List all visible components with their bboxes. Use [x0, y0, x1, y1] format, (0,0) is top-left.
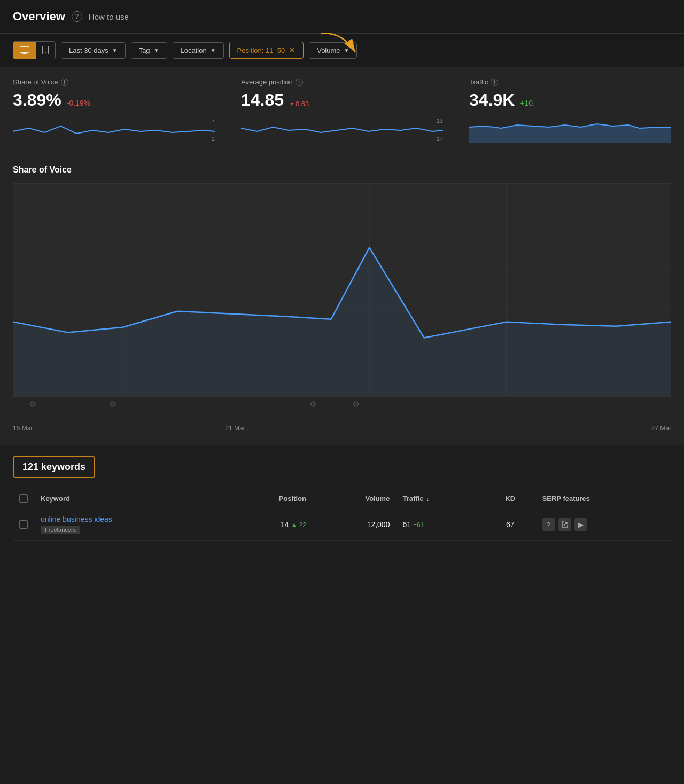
table-row: online business ideas Freelancers 14 ▲ 2… — [13, 508, 671, 541]
serp-icon-question[interactable]: ? — [542, 518, 555, 531]
avg-pos-sparkline: 13 17 — [241, 116, 443, 143]
keyword-tag: Freelancers — [41, 526, 80, 534]
serp-cell: ? ▶ — [536, 508, 671, 541]
position-value: 14 — [281, 520, 289, 529]
date-range-button[interactable]: Last 30 days ▼ — [61, 42, 126, 59]
gear-icon-1[interactable]: ⚙ — [29, 399, 36, 409]
sort-arrow-icon: ↓ — [426, 496, 430, 502]
chevron-down-icon: ▼ — [211, 48, 216, 53]
chart-x-labels: 15 Mar 21 Mar 27 Mar — [13, 420, 671, 434]
sov-info-icon[interactable]: i — [61, 79, 68, 86]
serp-col-header: SERP features — [536, 489, 671, 508]
chart-title: Share of Voice — [13, 165, 671, 175]
kd-col-header[interactable]: KD — [485, 489, 536, 508]
tag-button[interactable]: Tag ▼ — [131, 42, 167, 59]
traffic-change: +61 — [413, 521, 424, 529]
traffic-number: 61 — [402, 520, 411, 529]
select-all-header[interactable] — [13, 489, 34, 508]
avg-pos-info-icon[interactable]: i — [296, 79, 303, 86]
desktop-button[interactable] — [13, 42, 36, 59]
sov-chart-section: Share of Voice ⚙ ⚙ ⚙ ⚙ 15 Mar 21 Mar — [0, 154, 684, 445]
keyword-link[interactable]: online business ideas — [41, 515, 112, 523]
sov-label: Share of Voice i — [13, 78, 215, 86]
select-all-checkbox[interactable] — [19, 494, 28, 503]
serp-icon-link[interactable] — [558, 518, 571, 531]
keywords-section: 121 keywords Keyword Position Volume Tra… — [0, 445, 684, 552]
how-to-use-link[interactable]: How to use — [89, 12, 129, 21]
gear-icon-3[interactable]: ⚙ — [309, 399, 317, 409]
sov-value: 3.89% — [13, 90, 61, 110]
chart-icon-row: ⚙ ⚙ ⚙ ⚙ — [13, 399, 671, 420]
position-change: ▲ 22 — [291, 521, 306, 529]
volume-value: 12,000 — [367, 520, 390, 529]
traffic-cell: 61 +61 — [396, 508, 485, 541]
svg-rect-1 — [20, 46, 29, 52]
traffic-card: Traffic i 34.9K +10. — [456, 67, 684, 154]
avg-pos-card: Average position i 14.85 ▼ 0.63 13 17 — [228, 67, 456, 154]
x-label-1: 15 Mar — [13, 425, 33, 432]
kd-cell: 67 — [485, 508, 536, 541]
svg-marker-15 — [13, 247, 671, 396]
main-chart — [13, 183, 671, 397]
device-toggle[interactable] — [13, 41, 56, 59]
row-checkbox-cell[interactable] — [13, 508, 34, 541]
stats-row: Share of Voice i 3.89% -0.19% 7 2 Averag… — [0, 67, 684, 154]
sov-change: -0.19% — [67, 99, 90, 107]
traffic-col-header[interactable]: Traffic ↓ — [396, 489, 485, 508]
gear-icon-4[interactable]: ⚙ — [352, 399, 360, 409]
chevron-down-icon: ▼ — [112, 48, 118, 53]
position-cell: 14 ▲ 22 — [223, 508, 313, 541]
help-icon[interactable]: ? — [72, 11, 82, 22]
traffic-sparkline — [469, 116, 671, 143]
gear-icon-2[interactable]: ⚙ — [109, 399, 116, 409]
location-button[interactable]: Location ▼ — [173, 42, 224, 59]
close-icon[interactable]: ✕ — [289, 46, 296, 54]
svg-marker-6 — [469, 124, 671, 143]
kd-value: 67 — [506, 520, 515, 529]
chevron-down-icon: ▼ — [154, 48, 159, 53]
serp-icons-group: ? ▶ — [542, 518, 665, 531]
keyword-cell: online business ideas Freelancers — [34, 508, 223, 541]
row-checkbox[interactable] — [19, 520, 28, 529]
keywords-table: Keyword Position Volume Traffic ↓ KD SER… — [13, 489, 671, 541]
chevron-down-icon: ▼ — [344, 48, 349, 53]
sov-card: Share of Voice i 3.89% -0.19% 7 2 — [0, 67, 228, 154]
volume-col-header[interactable]: Volume — [313, 489, 396, 508]
avg-pos-label: Average position i — [241, 78, 443, 86]
position-filter[interactable]: Position: 11–50 ✕ — [229, 42, 304, 59]
traffic-label: Traffic i — [469, 78, 671, 86]
mobile-button[interactable] — [36, 42, 55, 59]
page-title: Overview — [13, 10, 65, 23]
sov-sparkline: 7 2 — [13, 116, 215, 143]
x-label-3: 27 Mar — [651, 425, 671, 432]
traffic-info-icon[interactable]: i — [491, 79, 498, 86]
keywords-count: 121 keywords — [22, 461, 86, 472]
header: Overview ? How to use — [0, 0, 684, 34]
svg-point-5 — [45, 52, 46, 53]
volume-cell: 12,000 — [313, 508, 396, 541]
traffic-value: 34.9K — [469, 90, 515, 110]
x-label-2: 21 Mar — [225, 425, 245, 432]
avg-pos-change: 0.63 — [296, 100, 309, 108]
traffic-change: +10. — [520, 99, 535, 107]
position-col-header[interactable]: Position — [223, 489, 313, 508]
keywords-count-badge: 121 keywords — [13, 456, 95, 478]
keyword-col-header: Keyword — [34, 489, 223, 508]
avg-pos-value: 14.85 — [241, 90, 284, 110]
serp-icon-play[interactable]: ▶ — [574, 518, 587, 531]
avg-pos-arrow-icon: ▼ — [289, 101, 294, 107]
toolbar: Last 30 days ▼ Tag ▼ Location ▼ Position… — [0, 34, 684, 67]
volume-button[interactable]: Volume ▼ — [309, 42, 357, 59]
